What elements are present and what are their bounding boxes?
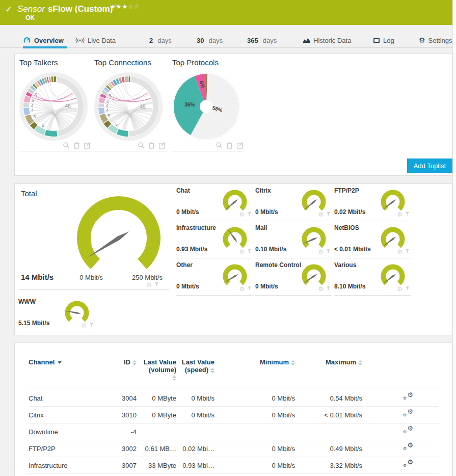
gear-icon[interactable]: ⚙ — [239, 286, 245, 292]
gauge-cell-various: Various8.10 Mbit/s⚙ — [334, 260, 411, 296]
channel-settings-gears-icon[interactable]: ⚙⚙ — [403, 459, 413, 468]
gauge-cell-citrix: Citrix0 Mbit/s⚙ — [255, 186, 332, 221]
table-row-citrix[interactable]: Citrix30100 MByte0 Mbit/s0 Mbit/s< 0.01 … — [29, 407, 439, 424]
gear-icon[interactable]: ⚙ — [239, 249, 245, 255]
pin-icon[interactable] — [154, 282, 159, 288]
top-connections-chart[interactable]: 49554443 — [93, 67, 164, 144]
gauge-cell-mail: Mail0.10 Mbit/s⚙ — [255, 223, 332, 258]
zoom-icon[interactable] — [63, 142, 70, 149]
toplist-title: Top Protocols — [171, 58, 245, 67]
tab-live-data-label: Live Data — [88, 37, 116, 44]
tab-live-data[interactable]: Live Data — [75, 33, 116, 48]
pin-icon[interactable] — [405, 249, 410, 255]
trash-icon[interactable] — [148, 142, 155, 149]
star-icon[interactable]: ★ — [122, 3, 128, 10]
channel-settings-gears-icon[interactable]: ⚙⚙ — [403, 442, 413, 451]
last-value-volume: 0 MByte — [137, 390, 176, 407]
tab-overview-label: Overview — [34, 37, 64, 44]
trash-icon[interactable] — [226, 142, 233, 149]
column-header-maximum[interactable]: Maximum — [295, 358, 362, 366]
svg-text:3: 3 — [35, 92, 37, 97]
gauge-axis-max: 250 Mbit/s — [119, 274, 175, 281]
tab-365-days-word: days — [263, 37, 277, 44]
tab-historic-data[interactable]: Historic Data — [303, 33, 351, 48]
gauge-value: 8.10 Mbit/s — [334, 283, 365, 290]
gear-icon[interactable]: ⚙ — [239, 211, 245, 218]
table-row-ftp-p2p[interactable]: FTP/P2P30020.61 MB…0.02 Mbi…0 Mbit/s0.49… — [29, 440, 439, 457]
table-row-infrastructure[interactable]: Infrastructure300733 MByte0.93 Mbi…0 Mbi… — [29, 457, 439, 474]
channel-name: FTP/P2P — [29, 440, 105, 457]
tab-overview[interactable]: Overview — [23, 33, 64, 48]
pin-icon[interactable] — [405, 211, 410, 218]
channel-gauge — [378, 225, 408, 252]
sensor-name: sFlow (Custom) — [48, 4, 113, 14]
pin-icon[interactable] — [405, 286, 410, 292]
svg-text:4: 4 — [31, 103, 34, 108]
tab-log-label: Log — [383, 37, 394, 44]
sensor-kind-label: Sensor — [17, 4, 45, 14]
priority-stars[interactable]: ★★★☆☆ — [110, 3, 140, 10]
scrollbar[interactable] — [452, 0, 456, 476]
add-toplist-button[interactable]: Add Toplist — [407, 158, 452, 173]
gauge-value: 0.10 Mbit/s — [255, 246, 286, 253]
sort-icon — [210, 368, 214, 373]
sort-icon — [291, 360, 295, 365]
tab-365-days[interactable]: 365days — [247, 33, 277, 48]
gauge-label: Other — [176, 261, 193, 269]
pin-icon[interactable] — [247, 249, 252, 255]
edit-icon[interactable] — [158, 142, 166, 149]
edit-icon[interactable] — [236, 142, 244, 149]
gear-icon[interactable]: ⚙ — [397, 211, 403, 218]
gear-icon[interactable]: ⚙ — [397, 249, 403, 255]
gauge-cell-chat: Chat0 Mbit/s⚙ — [176, 186, 253, 221]
pin-icon[interactable] — [89, 323, 94, 329]
channel-table-card: Channel ID Last Value(volume) Last Value… — [14, 342, 452, 476]
channel-settings-gears-icon[interactable]: ⚙⚙ — [403, 408, 413, 417]
gauge-label: Chat — [176, 187, 190, 194]
divider — [18, 289, 169, 289]
gear-icon[interactable]: ⚙ — [81, 323, 87, 329]
gauge-label: Infrastructure — [176, 224, 216, 231]
pin-icon[interactable] — [326, 249, 331, 255]
column-header-channel[interactable]: Channel — [29, 358, 105, 366]
svg-text:5: 5 — [42, 123, 44, 128]
tab-settings[interactable]: ⚙ Settings — [419, 33, 452, 48]
gear-icon[interactable]: ⚙ — [397, 286, 403, 292]
zoom-icon[interactable] — [216, 142, 223, 149]
gear-icon[interactable]: ⚙ — [318, 211, 324, 218]
gear-icon[interactable]: ⚙ — [146, 282, 152, 288]
top-protocols-chart[interactable]: 58%36%6% — [171, 67, 242, 144]
channel-id: 3002 — [105, 440, 137, 457]
last-value-volume: 0.61 MB… — [137, 440, 176, 457]
zoom-icon[interactable] — [138, 142, 145, 149]
trash-icon[interactable] — [73, 142, 80, 149]
tab-30-days[interactable]: 30days — [197, 33, 223, 48]
toplists-card: Top Talkers 46554443 Top Connections 495… — [14, 54, 452, 176]
star-icon[interactable]: ★ — [116, 3, 122, 10]
gauge-label: Remote Control — [255, 261, 301, 269]
star-icon[interactable]: ☆ — [134, 3, 140, 10]
pin-icon[interactable] — [247, 286, 252, 292]
pin-icon[interactable] — [326, 286, 331, 292]
gear-icon[interactable]: ⚙ — [318, 286, 324, 292]
gear-icon[interactable]: ⚙ — [318, 249, 324, 255]
gauge-cell-www: WWW5.15 Mbit/s⚙ — [18, 297, 95, 332]
edit-icon[interactable] — [84, 142, 91, 149]
channel-settings-gears-icon[interactable]: ⚙⚙ — [403, 391, 413, 401]
pin-icon[interactable] — [326, 211, 331, 218]
column-header-minimum[interactable]: Minimum — [214, 358, 295, 366]
column-header-last-value-volume[interactable]: Last Value(volume) — [137, 358, 176, 381]
star-icon[interactable]: ★ — [110, 3, 116, 10]
column-header-id[interactable]: ID — [105, 358, 137, 366]
star-icon[interactable]: ☆ — [128, 3, 134, 10]
top-talkers-chart[interactable]: 46554443 — [18, 67, 89, 144]
svg-text:4: 4 — [32, 98, 34, 103]
table-row-downtime[interactable]: Downtime-4⚙⚙ — [29, 424, 439, 440]
column-header-last-value-speed[interactable]: Last Value(speed) — [176, 358, 214, 374]
tab-2-days[interactable]: 2days — [149, 33, 172, 48]
pin-icon[interactable] — [247, 211, 252, 218]
tab-log[interactable]: Log — [373, 33, 394, 48]
channel-settings-gears-icon[interactable]: ⚙⚙ — [403, 425, 413, 434]
table-row-chat[interactable]: Chat30040 MByte0 Mbit/s0 Mbit/s0.54 Mbit… — [29, 390, 439, 407]
gauge-cell-remote-control: Remote Control0 Mbit/s⚙ — [255, 260, 332, 296]
